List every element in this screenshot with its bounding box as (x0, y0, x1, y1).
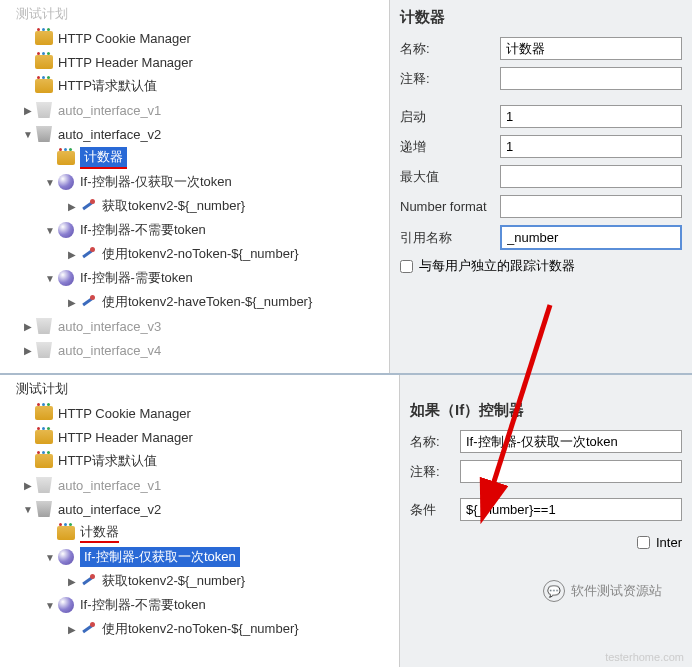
if-name-input[interactable] (460, 430, 682, 453)
tree-http-header[interactable]: HTTP Header Manager (0, 50, 389, 74)
if-comment-input[interactable] (460, 460, 682, 483)
counter-panel-title: 计数器 (400, 8, 682, 27)
max-label: 最大值 (400, 168, 500, 186)
refname-input[interactable] (500, 225, 682, 250)
tree-if-no[interactable]: ▼If-控制器-不需要token (0, 218, 389, 242)
tree-use-have[interactable]: ▶使用tokenv2-haveToken-${_number} (0, 290, 389, 314)
tree-use-no[interactable]: ▶使用tokenv2-noToken-${_number} (0, 242, 389, 266)
tree-b-use-no[interactable]: ▶使用tokenv2-noToken-${_number} (0, 617, 399, 641)
comment-input[interactable] (500, 67, 682, 90)
tree-auto-v4[interactable]: ▶auto_interface_v4 (0, 338, 389, 362)
tree-b-get-token[interactable]: ▶获取tokenv2-${_number} (0, 569, 399, 593)
if-props-panel: 如果（If）控制器 名称: 注释: 条件 Inter (400, 375, 692, 667)
name-input[interactable] (500, 37, 682, 60)
tree-root-partial: 测试计划 (0, 2, 389, 26)
tree-panel-bottom: 测试计划 HTTP Cookie Manager HTTP Header Man… (0, 375, 400, 667)
tree-auto-v3[interactable]: ▶auto_interface_v3 (0, 314, 389, 338)
watermark: testerhome.com (605, 651, 684, 663)
comment-label: 注释: (400, 70, 500, 88)
inter-checkbox[interactable] (637, 536, 650, 549)
incr-input[interactable] (500, 135, 682, 158)
tree-b-if-no[interactable]: ▼If-控制器-不需要token (0, 593, 399, 617)
tree-b-auto-v2[interactable]: ▼auto_interface_v2 (0, 497, 399, 521)
numfmt-input[interactable] (500, 195, 682, 218)
cond-input[interactable] (460, 498, 682, 521)
if-panel-title: 如果（If）控制器 (410, 401, 682, 420)
tree-b-header[interactable]: HTTP Header Manager (0, 425, 399, 449)
name-label: 名称: (400, 40, 500, 58)
tree-b-cookie[interactable]: HTTP Cookie Manager (0, 401, 399, 425)
inter-label: Inter (656, 535, 682, 550)
tree-get-token[interactable]: ▶获取tokenv2-${_number} (0, 194, 389, 218)
refname-label: 引用名称 (400, 229, 500, 247)
start-label: 启动 (400, 108, 500, 126)
tree-auto-v2[interactable]: ▼auto_interface_v2 (0, 122, 389, 146)
start-input[interactable] (500, 105, 682, 128)
tree-http-cookie[interactable]: HTTP Cookie Manager (0, 26, 389, 50)
wechat-attribution: 💬 软件测试资源站 (543, 580, 662, 602)
peruser-checkbox[interactable] (400, 260, 413, 273)
tree-plan[interactable]: 测试计划 (0, 377, 399, 401)
tree-http-default[interactable]: HTTP请求默认值 (0, 74, 389, 98)
counter-props-panel: 计数器 名称: 注释: 启动 递增 最大值 Number format 引用名称… (390, 0, 692, 373)
tree-if-once[interactable]: ▼If-控制器-仅获取一次token (0, 170, 389, 194)
tree-b-counter[interactable]: 计数器 (0, 521, 399, 545)
if-name-label: 名称: (410, 433, 460, 451)
max-input[interactable] (500, 165, 682, 188)
tree-b-if-once-selected[interactable]: ▼If-控制器-仅获取一次token (0, 545, 399, 569)
tree-b-default[interactable]: HTTP请求默认值 (0, 449, 399, 473)
wechat-icon: 💬 (543, 580, 565, 602)
numfmt-label: Number format (400, 199, 500, 214)
tree-panel-top: 测试计划 HTTP Cookie Manager HTTP Header Man… (0, 0, 390, 373)
if-comment-label: 注释: (410, 463, 460, 481)
tree-if-need[interactable]: ▼If-控制器-需要token (0, 266, 389, 290)
tree-counter-selected[interactable]: 计数器 (0, 146, 389, 170)
incr-label: 递增 (400, 138, 500, 156)
tree-auto-v1[interactable]: ▶auto_interface_v1 (0, 98, 389, 122)
cond-label: 条件 (410, 501, 460, 519)
peruser-label: 与每用户独立的跟踪计数器 (419, 257, 575, 275)
tree-b-auto-v1[interactable]: ▶auto_interface_v1 (0, 473, 399, 497)
